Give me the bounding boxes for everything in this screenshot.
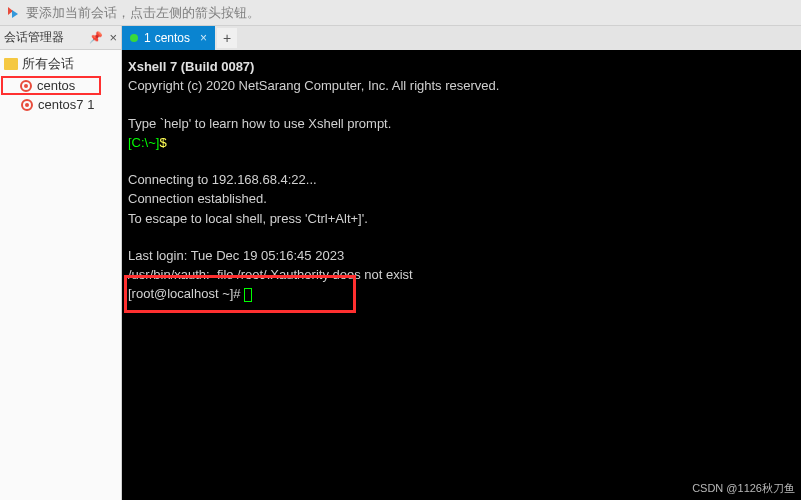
main-area: 会话管理器 📌 × 所有会话 centos centos7 1 1 — [0, 26, 801, 500]
terminal-line: To escape to local shell, press 'Ctrl+Al… — [128, 211, 368, 226]
terminal-line: Last login: Tue Dec 19 05:16:45 2023 — [128, 248, 344, 263]
prompt-local: [C:\~] — [128, 135, 159, 150]
terminal-line: Connection established. — [128, 191, 267, 206]
folder-icon — [4, 58, 18, 70]
terminal-line: Copyright (c) 2020 NetSarang Computer, I… — [128, 78, 499, 93]
sidebar-close-button[interactable]: × — [109, 30, 117, 45]
prompt-dollar: $ — [159, 135, 166, 150]
session-manager-panel: 会话管理器 📌 × 所有会话 centos centos7 1 — [0, 26, 122, 500]
pin-icon[interactable]: 📌 — [89, 31, 103, 44]
svg-point-3 — [25, 103, 29, 107]
tree-label: centos — [37, 78, 75, 93]
tree-item-centos7[interactable]: centos7 1 — [2, 96, 119, 113]
tab-centos[interactable]: 1 centos × — [122, 26, 215, 50]
tree-label: centos7 1 — [38, 97, 94, 112]
tab-label: centos — [155, 31, 190, 45]
terminal-line: Type `help' to learn how to use Xshell p… — [128, 116, 391, 131]
cursor-icon — [244, 288, 252, 302]
tree-item-centos[interactable]: centos — [1, 76, 101, 95]
session-icon — [20, 98, 34, 112]
tab-index: 1 — [144, 31, 151, 45]
status-dot-icon — [130, 34, 138, 42]
flag-icon — [6, 6, 20, 20]
session-tree: 所有会话 centos centos7 1 — [0, 50, 121, 117]
terminal-line: Xshell 7 (Build 0087) — [128, 59, 254, 74]
terminal[interactable]: Xshell 7 (Build 0087) Copyright (c) 2020… — [122, 50, 801, 500]
hint-text: 要添加当前会话，点击左侧的箭头按钮。 — [26, 4, 260, 22]
sidebar-header: 会话管理器 📌 × — [0, 26, 121, 50]
session-icon — [19, 79, 33, 93]
content-area: 1 centos × + Xshell 7 (Build 0087) Copyr… — [122, 26, 801, 500]
tree-item-all-sessions[interactable]: 所有会话 — [2, 54, 119, 74]
terminal-line: /usr/bin/xauth: file /root/.Xauthority d… — [128, 267, 413, 282]
terminal-line: Connecting to 192.168.68.4:22... — [128, 172, 317, 187]
svg-point-1 — [24, 84, 28, 88]
new-tab-button[interactable]: + — [217, 28, 237, 48]
tab-close-button[interactable]: × — [200, 31, 207, 45]
watermark: CSDN @1126秋刀鱼 — [692, 481, 795, 496]
hint-bar: 要添加当前会话，点击左侧的箭头按钮。 — [0, 0, 801, 26]
prompt-remote: [root@localhost ~]# — [128, 286, 244, 301]
tree-label: 所有会话 — [22, 55, 74, 73]
tab-bar: 1 centos × + — [122, 26, 801, 50]
sidebar-title: 会话管理器 — [4, 29, 85, 46]
